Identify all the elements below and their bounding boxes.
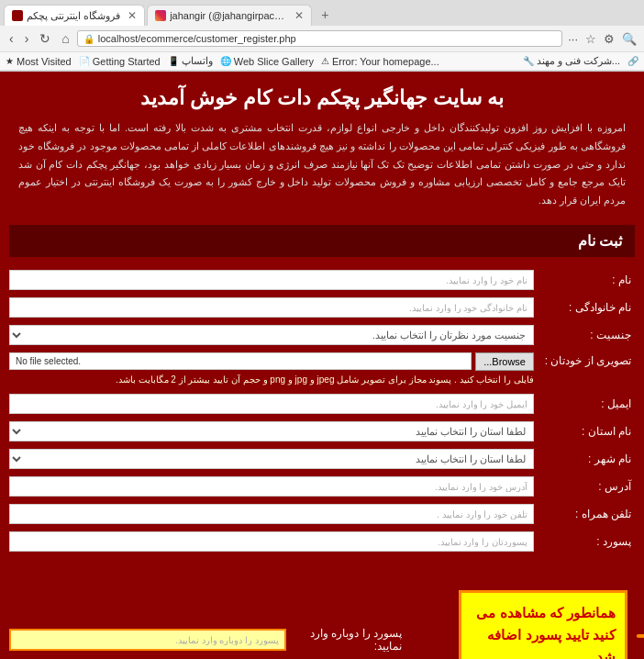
password-row: پسورد :: [9, 531, 635, 552]
file-hint: فایلی را انتخاب کنید . پسوند مجاز برای ت…: [9, 373, 534, 386]
bookmark-error-label: Error: Your homepage...: [332, 56, 439, 67]
tab-2-close[interactable]: ✕: [294, 9, 304, 22]
hero-title: به سایت جهانگیر پچکم دات کام خوش آمدید: [18, 86, 626, 110]
lastname-row: نام خانوادگی :: [9, 297, 635, 318]
city-label: نام شهر :: [534, 452, 635, 465]
phone-input[interactable]: [9, 504, 534, 524]
address-row: آدرس :: [9, 476, 635, 497]
name-label: نام :: [534, 274, 635, 286]
file-name-display: No file selected.: [9, 352, 472, 370]
name-row: نام :: [9, 270, 635, 290]
address-input-wrap: [9, 476, 534, 497]
tab-1-close[interactable]: ✕: [128, 9, 137, 22]
file-upload-label: تصویری از خودتان :: [534, 352, 635, 370]
refresh-button[interactable]: ↻: [36, 29, 54, 48]
lastname-input-wrap: [9, 297, 534, 318]
email-label: ایمیل :: [534, 397, 635, 410]
gender-select[interactable]: جنسیت مورد نظرتان را انتخاب نمایید. مرد …: [9, 325, 534, 345]
address-bar[interactable]: 🔒 localhost/ecommerce/customer_register.…: [77, 30, 562, 47]
globe-icon: 🌐: [220, 56, 231, 66]
tab-2[interactable]: jahangir (@jahangirpachkam) • In... ✕: [147, 5, 312, 26]
name-input[interactable]: [9, 270, 534, 290]
name-input-wrap: [9, 270, 534, 290]
nav-bar: ‹ › ↻ ⌂ 🔒 localhost/ecommerce/customer_r…: [0, 26, 644, 52]
back-button[interactable]: ‹: [6, 29, 17, 48]
bottom-area: همانطور که مشاهده می کنید تایید پسورد اض…: [9, 559, 635, 659]
lock-icon: 🔒: [83, 34, 94, 44]
bookmark-error[interactable]: ⚠ Error: Your homepage...: [321, 56, 439, 67]
registration-section: ثبت نام نام : نام خانوادگی : جنسیت : جنس…: [0, 225, 644, 659]
tab-1-title: فروشگاه اینترنتی پچکم: [27, 10, 120, 22]
favorites-button[interactable]: ☆: [583, 30, 598, 48]
warning-icon: ⚠: [321, 56, 329, 66]
bookmark-whatsapp[interactable]: 📱 واتساپ: [168, 55, 213, 67]
bookmarks-bar: ★ Most Visited 📄 Getting Started 📱 واتسا…: [0, 52, 644, 71]
confirm-password-input[interactable]: [9, 629, 286, 651]
tab-1[interactable]: فروشگاه اینترنتی پچکم ✕: [4, 5, 145, 26]
phone-input-wrap: [9, 504, 534, 524]
bookmark-most-visited-label: Most Visited: [17, 56, 72, 67]
tab-2-favicon: [155, 10, 166, 21]
home-button[interactable]: ⌂: [58, 29, 72, 48]
address-input[interactable]: [9, 476, 534, 497]
bookmark-extra[interactable]: 🔗: [627, 56, 638, 66]
bookmark-whatsapp-label: واتساپ: [182, 55, 213, 67]
tools-button[interactable]: ⚙: [602, 30, 616, 48]
province-select[interactable]: لطفا استان را انتخاب نمایید: [9, 421, 534, 441]
bookmark-getting-started[interactable]: 📄 Getting Started: [79, 56, 161, 67]
address-label: آدرس :: [534, 480, 635, 493]
tab-2-title: jahangir (@jahangirpachkam) • In...: [170, 10, 287, 21]
link-icon: 🔗: [627, 56, 638, 66]
callout-text: همانطور که مشاهده می کنید تایید پسورد اض…: [476, 605, 616, 659]
hero-text: امروزه با افزایش روز افزون تولیدکنندگان …: [18, 119, 626, 210]
gender-select-wrap: جنسیت مورد نظرتان را انتخاب نمایید. مرد …: [9, 325, 534, 345]
email-row: ایمیل :: [9, 394, 635, 414]
phone-label: تلفن همراه :: [534, 508, 635, 520]
callout-arrow-icon: ➜: [635, 618, 644, 653]
address-text: localhost/ecommerce/customer_register.ph…: [98, 33, 296, 44]
callout-container: همانطور که مشاهده می کنید تایید پسورد اض…: [451, 583, 635, 659]
file-upload-wrap: Browse... No file selected. فایلی را انت…: [9, 352, 534, 386]
browse-button[interactable]: Browse...: [475, 352, 534, 371]
password-input-wrap: [9, 531, 534, 552]
password-label: پسورد :: [534, 535, 635, 548]
confirm-password-label: پسورد را دوباره وارد نمایید:: [286, 627, 405, 653]
city-select[interactable]: لطفا استان را انتخاب نمایید: [9, 449, 534, 469]
gender-label: جنسیت :: [534, 329, 635, 341]
city-select-wrap: لطفا استان را انتخاب نمایید: [9, 449, 534, 469]
email-input[interactable]: [9, 394, 534, 414]
city-row: نام شهر : لطفا استان را انتخاب نمایید: [9, 449, 635, 469]
bookmark-webslice[interactable]: 🌐 Web Slice Gallery: [220, 56, 314, 67]
forward-button[interactable]: ›: [21, 29, 33, 48]
main-page: به سایت جهانگیر پچکم دات کام خوش آمدید ا…: [0, 72, 644, 659]
tab-bar: فروشگاه اینترنتی پچکم ✕ jahangir (@jahan…: [0, 0, 644, 26]
search-button[interactable]: 🔍: [620, 30, 638, 48]
lastname-label: نام خانوادگی :: [534, 301, 635, 314]
confirm-password-section: پسورد را دوباره وارد نمایید: ایجاد نام ک…: [9, 627, 451, 659]
bookmark-most-visited[interactable]: ★ Most Visited: [6, 56, 72, 67]
province-row: نام استان : لطفا استان را انتخاب نمایید: [9, 421, 635, 441]
bookmark-company-label: شرکت فنی و مهند...: [537, 55, 620, 67]
lastname-input[interactable]: [9, 297, 534, 318]
bookmark-webslice-label: Web Slice Gallery: [234, 56, 314, 67]
menu-button[interactable]: ···: [566, 30, 580, 48]
bookmark-getting-started-label: Getting Started: [93, 56, 161, 67]
password-input[interactable]: [9, 531, 534, 552]
browser-chrome: فروشگاه اینترنتی پچکم ✕ jahangir (@jahan…: [0, 0, 644, 72]
doc-icon: 📄: [79, 56, 90, 66]
bookmark-company[interactable]: 🔧 شرکت فنی و مهند...: [523, 55, 620, 67]
phone-row: تلفن همراه :: [9, 504, 635, 524]
file-input-bar: Browse... No file selected.: [9, 352, 534, 371]
tab-1-favicon: [12, 10, 23, 21]
confirm-password-input-wrap: [9, 629, 286, 651]
form-title: ثبت نام: [9, 225, 635, 257]
province-label: نام استان :: [534, 425, 635, 438]
new-tab-button[interactable]: +: [314, 4, 336, 26]
company-icon: 🔧: [523, 56, 534, 66]
hero-section: به سایت جهانگیر پچکم دات کام خوش آمدید ا…: [0, 72, 644, 225]
star-icon: ★: [6, 56, 14, 66]
email-input-wrap: [9, 394, 534, 414]
gender-row: جنسیت : جنسیت مورد نظرتان را انتخاب نمای…: [9, 325, 635, 345]
confirm-password-row: پسورد را دوباره وارد نمایید:: [9, 627, 405, 653]
file-upload-row: تصویری از خودتان : Browse... No file sel…: [9, 352, 635, 386]
